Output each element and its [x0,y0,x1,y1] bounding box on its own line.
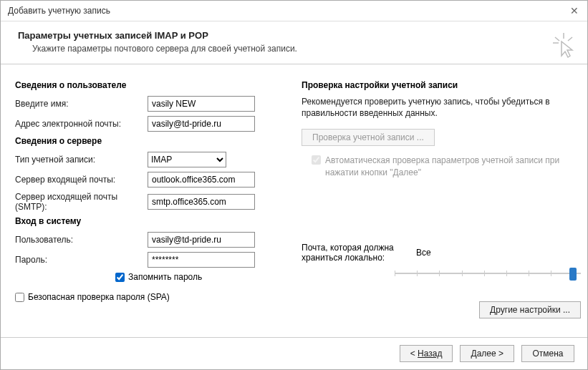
server-section-title: Сведения о сервере [15,136,287,146]
spa-label: Безопасная проверка пароля (SPA) [28,292,170,302]
close-icon: ✕ [570,5,579,16]
email-input[interactable] [148,116,255,132]
user-input[interactable] [148,232,255,248]
mail-retention-row: Почта, которая должна храниться локально… [302,243,581,263]
content: Сведения о пользователе Введите имя: Адр… [1,64,587,337]
footer: < Назад Далее > Отмена [1,337,587,369]
right-column: Проверка настройки учетной записи Рекоме… [302,76,581,330]
account-type-select[interactable]: IMAP [148,152,226,167]
test-account-button: Проверка учетной записи ... [302,129,435,146]
svg-line-2 [568,37,572,41]
header-title: Параметры учетных записей IMAP и POP [18,30,573,41]
auto-test-checkbox [312,155,321,165]
remember-checkbox[interactable] [115,273,125,282]
cancel-button[interactable]: Отмена [521,345,574,362]
logon-section-title: Вход в систему [15,216,287,226]
name-label: Введите имя: [15,99,148,109]
slider-label-left: Почта, которая должна храниться локально… [302,243,409,263]
more-settings-button[interactable]: Другие настройки ... [479,301,581,318]
retention-slider[interactable] [395,267,581,280]
svg-line-3 [555,37,559,41]
test-desc: Рекомендуется проверить учетную запись, … [302,96,581,119]
slider-thumb[interactable] [569,268,577,281]
slider-line [395,273,581,274]
password-input[interactable] [148,252,255,268]
window-title: Добавить учетную запись [8,6,110,16]
header: Параметры учетных записей IMAP и POP Ука… [1,21,587,64]
next-button[interactable]: Далее > [460,345,514,362]
email-label: Адрес электронной почты: [15,119,148,129]
password-label: Пароль: [15,255,148,265]
outgoing-input[interactable] [148,194,255,210]
dialog-window: Добавить учетную запись ✕ Параметры учет… [0,0,588,370]
test-title: Проверка настройки учетной записи [302,80,581,90]
remember-label: Запомнить пароль [128,272,202,282]
back-button[interactable]: < Назад [400,345,453,362]
header-subtitle: Укажите параметры почтового сервера для … [32,44,573,54]
titlebar: Добавить учетную запись ✕ [1,1,587,21]
auto-test-label: Автоматическая проверка параметров учетн… [325,155,581,177]
incoming-label: Сервер входящей почты: [15,175,148,185]
name-input[interactable] [148,96,255,112]
close-button[interactable]: ✕ [567,4,582,18]
user-section-title: Сведения о пользователе [15,80,287,90]
outgoing-label: Сервер исходящей почты (SMTP): [15,192,148,212]
account-type-label: Тип учетной записи: [15,155,148,165]
cursor-icon [553,33,574,60]
spa-checkbox[interactable] [15,293,24,302]
user-label: Пользователь: [15,235,148,245]
left-column: Сведения о пользователе Введите имя: Адр… [15,76,287,330]
incoming-input[interactable] [148,172,255,188]
slider-label-right: Все [416,248,431,258]
